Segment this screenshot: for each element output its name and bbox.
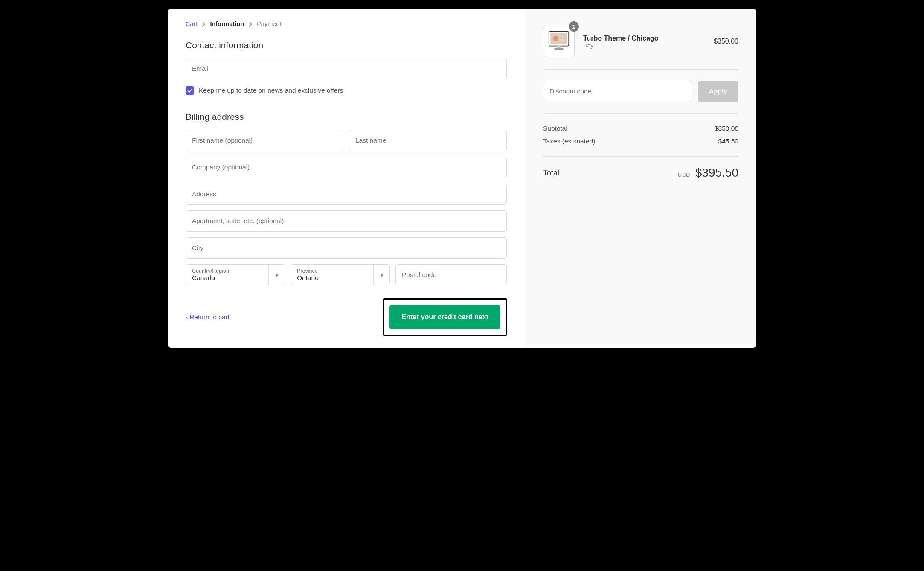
first-name-field[interactable]	[186, 130, 343, 151]
main-column: Cart ❯ Information ❯ Payment Contact inf…	[168, 9, 525, 348]
product-name: Turbo Theme / Chicago	[583, 35, 705, 42]
chevron-down-icon: ▾	[373, 265, 389, 285]
breadcrumb-payment: Payment	[257, 20, 281, 27]
product-price: $350.00	[714, 38, 738, 45]
continue-to-payment-button[interactable]: Enter your credit card next	[389, 305, 500, 329]
cart-line-item: 1 Turbo Theme / Chicago Day $350.00	[543, 26, 738, 69]
newsletter-checkbox[interactable]	[186, 86, 194, 95]
checkout-frame: Cart ❯ Information ❯ Payment Contact inf…	[168, 9, 756, 348]
svg-rect-1	[550, 33, 567, 44]
svg-rect-4	[559, 39, 564, 41]
country-select-label: Country/Region	[192, 268, 262, 274]
svg-rect-3	[559, 35, 566, 38]
chevron-left-icon: ‹	[186, 313, 188, 321]
last-name-field[interactable]	[349, 130, 507, 151]
chevron-right-icon: ❯	[248, 21, 253, 27]
chevron-down-icon: ▾	[268, 265, 285, 285]
taxes-label: Taxes (estimated)	[543, 137, 595, 145]
breadcrumb-cart[interactable]: Cart	[186, 20, 197, 27]
return-to-cart-label: Return to cart	[189, 313, 230, 321]
order-summary-column: 1 Turbo Theme / Chicago Day $350.00 Appl…	[525, 9, 756, 348]
subtotal-label: Subtotal	[543, 125, 567, 132]
svg-rect-6	[554, 48, 563, 50]
country-select-value: Canada	[192, 274, 262, 282]
quantity-badge: 1	[569, 21, 579, 32]
discount-code-field[interactable]	[543, 81, 692, 102]
company-field[interactable]	[186, 157, 507, 178]
apartment-field[interactable]	[186, 210, 507, 232]
breadcrumb: Cart ❯ Information ❯ Payment	[186, 20, 507, 27]
subtotal-value: $350.00	[715, 125, 738, 132]
country-select[interactable]: Country/Region Canada ▾	[186, 264, 285, 286]
address-field[interactable]	[186, 184, 507, 205]
billing-address-heading: Billing address	[186, 112, 507, 122]
city-field[interactable]	[186, 237, 507, 259]
chevron-right-icon: ❯	[201, 21, 206, 27]
product-thumbnail	[543, 26, 575, 57]
breadcrumb-information: Information	[210, 20, 244, 27]
email-field[interactable]	[186, 58, 507, 79]
total-currency: USD	[678, 172, 690, 178]
total-label: Total	[543, 169, 559, 178]
contact-info-heading: Contact information	[186, 40, 507, 50]
product-variant: Day	[583, 42, 705, 49]
cta-highlight-box: Enter your credit card next	[383, 298, 507, 336]
postal-code-field[interactable]	[395, 264, 507, 286]
svg-point-2	[553, 36, 559, 41]
province-select[interactable]: Province Ontario ▾	[291, 264, 390, 286]
province-select-label: Province	[297, 268, 367, 274]
monitor-icon	[547, 31, 570, 52]
check-icon	[187, 88, 193, 93]
total-amount: $395.50	[695, 166, 738, 180]
taxes-value: $45.50	[718, 137, 738, 145]
province-select-value: Ontario	[297, 274, 367, 282]
return-to-cart-link[interactable]: ‹ Return to cart	[186, 313, 230, 321]
svg-rect-5	[557, 46, 561, 48]
apply-discount-button[interactable]: Apply	[698, 81, 738, 102]
newsletter-label: Keep me up to date on news and exclusive…	[199, 87, 343, 94]
